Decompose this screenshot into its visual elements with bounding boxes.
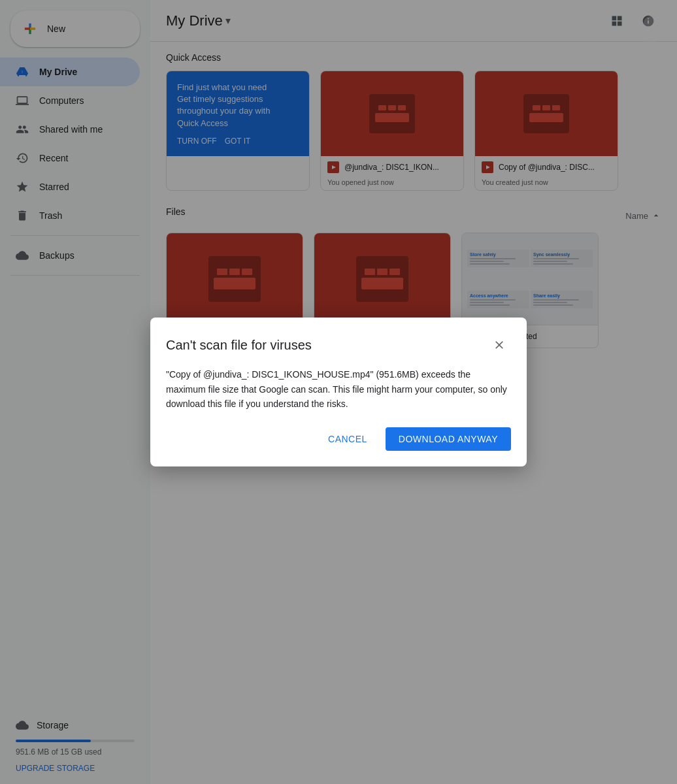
virus-scan-dialog: Can't scan file for viruses "Copy of @ju…: [150, 318, 527, 466]
dialog-overlay: Can't scan file for viruses "Copy of @ju…: [0, 0, 677, 784]
cancel-button[interactable]: CANCEL: [315, 427, 380, 451]
close-icon: [493, 338, 506, 351]
dialog-actions: CANCEL DOWNLOAD ANYWAY: [166, 427, 511, 451]
dialog-header: Can't scan file for viruses: [166, 333, 511, 357]
download-anyway-button[interactable]: DOWNLOAD ANYWAY: [386, 427, 511, 451]
dialog-title: Can't scan file for viruses: [166, 338, 312, 353]
dialog-body: "Copy of @jundiva_: DISC1_IKONS_HOUSE.mp…: [166, 367, 511, 411]
app-container: New My Drive Computers Shared with me: [0, 0, 677, 784]
dialog-close-button[interactable]: [487, 333, 511, 357]
